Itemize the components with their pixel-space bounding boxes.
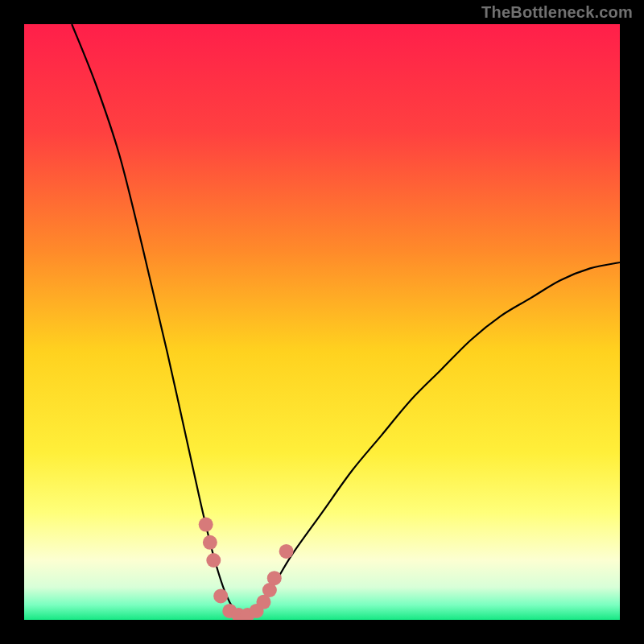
bottleneck-chart [0,0,644,644]
data-marker [206,553,221,568]
data-marker [199,518,213,532]
chart-stage: TheBottleneck.com [0,0,644,644]
data-marker [267,571,282,585]
watermark-text: TheBottleneck.com [481,3,633,22]
plot-background [24,24,620,620]
data-marker [213,588,228,603]
data-marker [279,544,294,559]
data-marker [203,535,217,550]
